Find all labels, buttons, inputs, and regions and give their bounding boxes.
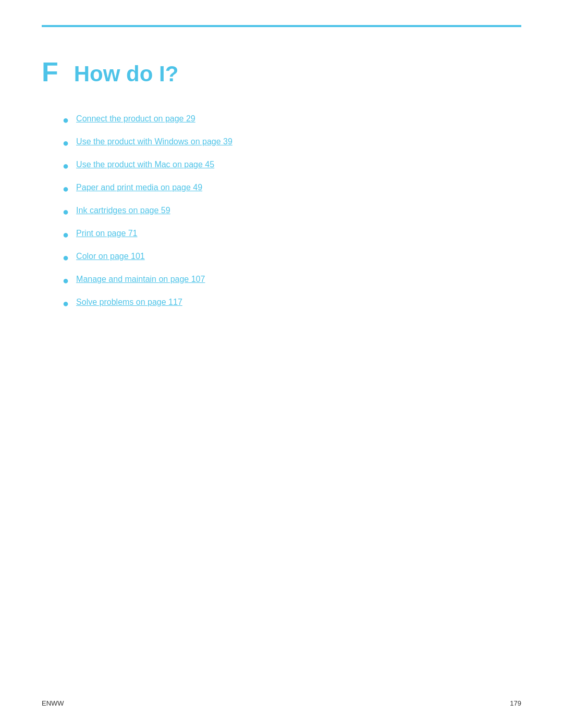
toc-list-item: ●Connect the product on page 29: [63, 113, 521, 127]
toc-list: ●Connect the product on page 29●Use the …: [63, 113, 521, 310]
link-paper[interactable]: Paper and print media on page 49: [76, 182, 202, 193]
footer-label: ENWW: [42, 699, 64, 707]
page-footer: ENWW 179: [42, 699, 521, 707]
toc-list-item: ●Solve problems on page 117: [63, 297, 521, 310]
link-connect[interactable]: Connect the product on page 29: [76, 113, 195, 125]
link-mac[interactable]: Use the product with Mac on page 45: [76, 159, 214, 170]
bullet-icon: ●: [63, 159, 69, 172]
bullet-icon: ●: [63, 136, 69, 150]
toc-section: ●Connect the product on page 29●Use the …: [63, 113, 521, 310]
chapter-title: How do I?: [74, 62, 179, 86]
bullet-icon: ●: [63, 228, 69, 241]
bullet-icon: ●: [63, 251, 69, 264]
link-solve[interactable]: Solve problems on page 117: [76, 297, 182, 308]
toc-list-item: ●Use the product with Mac on page 45: [63, 159, 521, 172]
toc-list-item: ●Paper and print media on page 49: [63, 182, 521, 195]
bullet-icon: ●: [63, 205, 69, 218]
chapter-letter: F: [42, 57, 58, 87]
link-windows[interactable]: Use the product with Windows on page 39: [76, 136, 232, 147]
top-border-line: [42, 25, 521, 27]
bullet-icon: ●: [63, 274, 69, 287]
link-color[interactable]: Color on page 101: [76, 251, 145, 262]
link-ink[interactable]: Ink cartridges on page 59: [76, 205, 170, 216]
toc-list-item: ●Manage and maintain on page 107: [63, 274, 521, 287]
page-container: F How do I? ●Connect the product on page…: [0, 0, 563, 728]
toc-list-item: ●Ink cartridges on page 59: [63, 205, 521, 218]
bullet-icon: ●: [63, 182, 69, 195]
link-manage[interactable]: Manage and maintain on page 107: [76, 274, 205, 285]
footer-page-number: 179: [510, 699, 521, 707]
toc-list-item: ●Print on page 71: [63, 228, 521, 241]
bullet-icon: ●: [63, 113, 69, 127]
chapter-header: F How do I?: [42, 47, 521, 87]
toc-list-item: ●Color on page 101: [63, 251, 521, 264]
link-print[interactable]: Print on page 71: [76, 228, 137, 239]
toc-list-item: ●Use the product with Windows on page 39: [63, 136, 521, 150]
bullet-icon: ●: [63, 297, 69, 310]
